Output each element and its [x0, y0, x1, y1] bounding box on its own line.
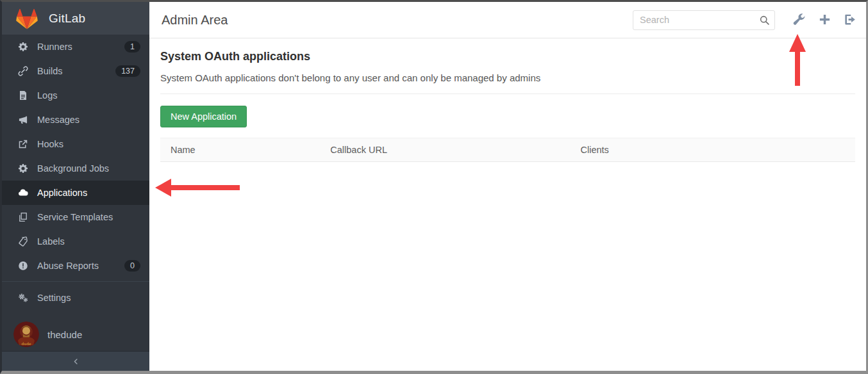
new-application-button[interactable]: New Application [160, 106, 247, 127]
copy-icon [18, 212, 28, 222]
plus-icon [818, 13, 831, 26]
sidebar-item-label: Abuse Reports [37, 261, 124, 271]
sidebar-item-hooks[interactable]: Hooks [2, 132, 149, 156]
admin-area-button[interactable] [792, 13, 806, 27]
sidebar-item-label: Labels [37, 236, 140, 247]
sidebar-bottom-section: Settings dude thedude [2, 281, 149, 351]
sidebar-nav: Runners 1 Builds 137 Logs Messa [2, 35, 149, 278]
sidebar-collapse-button[interactable] [2, 351, 149, 371]
bullhorn-icon [18, 115, 28, 125]
sidebar-item-label: Logs [37, 90, 140, 101]
gitlab-tanuki-icon [16, 8, 38, 29]
sidebar-item-label: Builds [37, 66, 115, 76]
sidebar-item-label: Messages [37, 115, 140, 125]
sidebar-item-label: Applications [37, 188, 140, 198]
sidebar-item-label: Settings [37, 293, 140, 303]
gear-icon [18, 42, 28, 52]
gears-icon [18, 293, 28, 303]
sidebar-item-labels[interactable]: Labels [2, 229, 149, 254]
column-header: Clients [571, 138, 855, 162]
sidebar-item-label: Runners [37, 42, 124, 52]
sidebar-item-label: Hooks [37, 139, 140, 149]
gitlab-home-link[interactable]: GitLab [2, 2, 149, 35]
main-area: Admin Area [149, 2, 866, 371]
count-badge: 137 [115, 65, 140, 77]
sidebar-item-service-templates[interactable]: Service Templates [2, 205, 149, 229]
sidebar-item-settings[interactable]: Settings [2, 286, 149, 310]
count-badge: 1 [124, 41, 140, 53]
search-icon [759, 15, 770, 26]
gear-icon [18, 163, 28, 174]
svg-text:dude: dude [21, 341, 31, 346]
sidebar-item-label: Background Jobs [37, 163, 140, 174]
cloud-icon [18, 188, 28, 198]
page-title: Admin Area [162, 13, 633, 28]
divider [160, 94, 855, 94]
search-box [633, 10, 775, 30]
sign-out-icon [844, 13, 857, 26]
sidebar: GitLab Runners 1 Builds 137 Logs [2, 2, 149, 371]
section-description: System OAuth applications don't belong t… [160, 72, 855, 83]
sidebar-item-applications[interactable]: Applications [2, 181, 149, 205]
file-text-icon [18, 90, 28, 101]
wrench-icon [792, 13, 806, 26]
chevron-left-icon [72, 357, 80, 366]
tag-icon [18, 236, 28, 247]
sidebar-item-runners[interactable]: Runners 1 [2, 35, 149, 59]
avatar: dude [13, 321, 39, 347]
column-header: Callback URL [320, 138, 570, 162]
avatar-image: dude [13, 321, 39, 347]
gitlab-logo-text: GitLab [49, 12, 85, 26]
sidebar-item-messages[interactable]: Messages [2, 108, 149, 132]
external-link-icon [18, 139, 28, 149]
count-badge: 0 [124, 260, 140, 272]
exclamation-circle-icon [18, 261, 28, 271]
sidebar-item-abuse-reports[interactable]: Abuse Reports 0 [2, 254, 149, 278]
content-section: System OAuth applications System OAuth a… [149, 38, 866, 162]
link-icon [18, 66, 28, 76]
applications-table: NameCallback URLClients [160, 138, 855, 162]
sidebar-item-label: Service Templates [37, 212, 140, 222]
header-action-buttons [780, 13, 857, 27]
search-input[interactable] [633, 10, 775, 30]
sidebar-item-background-jobs[interactable]: Background Jobs [2, 156, 149, 181]
sidebar-item-builds[interactable]: Builds 137 [2, 59, 149, 83]
column-header: Name [160, 138, 320, 162]
sign-out-button[interactable] [843, 13, 857, 27]
new-project-button[interactable] [817, 13, 831, 27]
username: thedude [47, 329, 82, 340]
table-header-row: NameCallback URLClients [160, 138, 855, 162]
sidebar-user[interactable]: dude thedude [2, 318, 149, 351]
section-heading: System OAuth applications [160, 50, 855, 63]
sidebar-item-logs[interactable]: Logs [2, 83, 149, 108]
top-header: Admin Area [149, 2, 866, 38]
app-window: GitLab Runners 1 Builds 137 Logs [0, 0, 868, 374]
